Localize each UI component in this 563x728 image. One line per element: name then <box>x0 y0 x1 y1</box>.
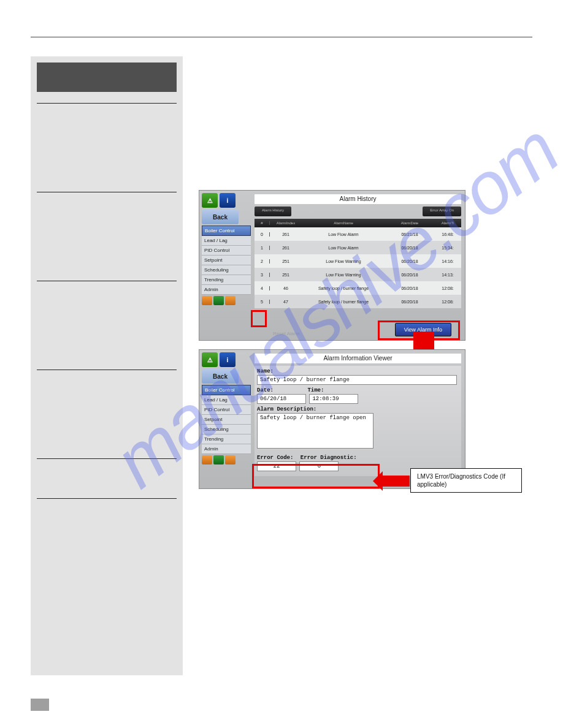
tool-icon[interactable] <box>225 455 236 464</box>
arrow-left-icon <box>383 476 410 487</box>
table-row[interactable]: 0261Low Flow Alarm06/21/1816:48: <box>255 227 461 241</box>
table-row[interactable]: 3251Low Flow Warning06/20/1814:13: <box>255 268 461 281</box>
table-row[interactable]: 2251Low Flow Warning06/20/1814:16: <box>255 254 461 268</box>
info-icon[interactable]: i <box>220 193 236 208</box>
table-row[interactable]: 1261Low Flow Alarm06/20/1815:34: <box>255 241 461 254</box>
table-row[interactable]: 446Safety loop / burner flange06/20/1812… <box>255 281 461 295</box>
table-header: # AlarmIndex AlarmName AlarmDate AlarmTi <box>255 219 461 227</box>
alert-icon[interactable]: ⚠ <box>202 193 218 208</box>
info-icon[interactable]: i <box>220 352 236 367</box>
alert-icon[interactable]: ⚠ <box>202 352 218 367</box>
name-value: Safety loop / burner flange <box>257 375 457 385</box>
nav-list: Lead / Lag PID Control Setpoint Scheduli… <box>202 236 251 295</box>
nav-item[interactable]: Lead / Lag <box>202 395 251 405</box>
nav-item[interactable]: PID Control <box>202 405 251 415</box>
doc-sidebar <box>31 56 183 675</box>
time-value: 12:08:39 <box>309 394 358 404</box>
name-label: Name: <box>257 368 459 374</box>
reset-alarm-button[interactable]: Reset Alarm <box>273 331 300 336</box>
nav-item[interactable]: PID Control <box>202 246 251 256</box>
date-label: Date: <box>257 387 274 393</box>
nav-item[interactable]: Lead / Lag <box>202 236 251 246</box>
tab-error-array[interactable]: Error Array On <box>423 207 461 216</box>
time-label: Time: <box>307 387 324 393</box>
nav-item[interactable]: Scheduling <box>202 425 251 434</box>
date-value: 06/20/18 <box>257 394 306 404</box>
nav-item[interactable]: Trending <box>202 275 251 285</box>
nav-item[interactable]: Scheduling <box>202 265 251 275</box>
callout-box: LMV3 Error/Diagnostics Code (If applicab… <box>410 468 522 493</box>
nav-item[interactable]: Trending <box>202 434 251 444</box>
nav-list: Lead / Lag PID Control Setpoint Scheduli… <box>202 395 251 454</box>
signal-icon[interactable] <box>213 296 224 305</box>
nav-header: Boiler Control <box>202 385 251 395</box>
page-number-box <box>31 699 49 711</box>
top-rule <box>31 37 532 37</box>
tool-icon[interactable] <box>225 296 236 305</box>
back-button[interactable]: Back <box>202 210 239 224</box>
table-row[interactable]: 547Safety loop / burner flange06/20/1812… <box>255 295 461 308</box>
alarm-table: 0261Low Flow Alarm06/21/1816:48: 1261Low… <box>255 227 461 308</box>
nav-header: Boiler Control <box>202 226 251 236</box>
back-button[interactable]: Back <box>202 369 239 384</box>
nav-item[interactable]: Admin <box>202 444 251 454</box>
panel-title: Alarm Information Viewer <box>255 354 461 363</box>
desc-label: Alarm Description: <box>257 406 459 412</box>
panel-title: Alarm History <box>255 194 461 204</box>
desc-value: Safety loop / burner flange open <box>257 413 373 449</box>
error-diag-label: Error Diagnostic: <box>301 455 357 461</box>
sidebar-heading <box>37 63 177 92</box>
nav-item[interactable]: Setpoint <box>202 256 251 265</box>
highlight-row-selector <box>251 310 267 327</box>
highlight-error-codes <box>252 464 380 488</box>
nav-item[interactable]: Setpoint <box>202 415 251 425</box>
error-code-label: Error Code: <box>257 455 293 461</box>
wrench-icon[interactable] <box>202 455 212 464</box>
wrench-icon[interactable] <box>202 296 212 305</box>
alarm-history-panel: ⚠ i Back Boiler Control Lead / Lag PID C… <box>199 190 465 341</box>
nav-item[interactable]: Admin <box>202 285 251 295</box>
tab-alarm-history[interactable]: Alarm History <box>255 207 291 216</box>
signal-icon[interactable] <box>213 455 224 464</box>
